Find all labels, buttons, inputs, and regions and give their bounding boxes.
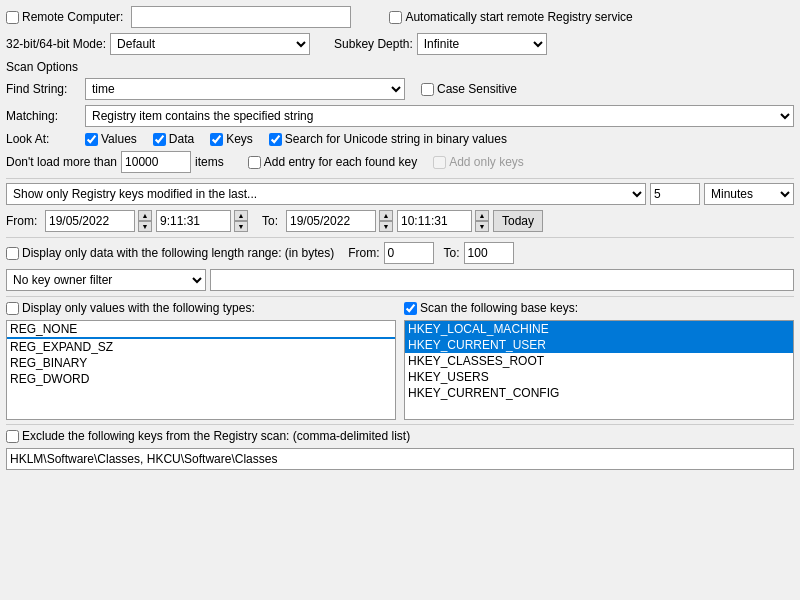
scan-options-title: Scan Options	[6, 60, 794, 74]
owner-filter-input[interactable]	[210, 269, 794, 291]
data-length-to-input[interactable]	[464, 242, 514, 264]
value-types-text: Display only values with the following t…	[22, 301, 255, 315]
data-length-to-label: To:	[444, 246, 460, 260]
list-item[interactable]: REG_BINARY	[7, 355, 395, 371]
add-entry-checkbox[interactable]	[248, 156, 261, 169]
dont-load-suffix: items	[195, 155, 224, 169]
value-types-listbox[interactable]: REG_NONE REG_EXPAND_SZ REG_BINARY REG_DW…	[6, 320, 396, 420]
auto-start-label[interactable]: Automatically start remote Registry serv…	[389, 10, 632, 24]
find-string-row: Find String: time Case Sensitive	[6, 78, 794, 100]
main-container: Remote Computer: Automatically start rem…	[0, 0, 800, 476]
dont-load-input[interactable]	[121, 151, 191, 173]
to-time-down-btn[interactable]: ▼	[475, 221, 489, 232]
to-date-input[interactable]	[286, 210, 376, 232]
data-length-checkbox[interactable]	[6, 247, 19, 260]
to-time-up-btn[interactable]: ▲	[475, 210, 489, 221]
time-filter-value-input[interactable]	[650, 183, 700, 205]
to-label: To:	[262, 214, 282, 228]
from-date-input[interactable]	[45, 210, 135, 232]
values-text: Values	[101, 132, 137, 146]
add-only-keys-label: Add only keys	[433, 155, 524, 169]
data-text: Data	[169, 132, 194, 146]
list-item[interactable]: HKEY_CURRENT_CONFIG	[405, 385, 793, 401]
exclude-keys-checkbox[interactable]	[6, 430, 19, 443]
to-time-spinner: ▲ ▼	[476, 210, 489, 232]
unicode-label[interactable]: Search for Unicode string in binary valu…	[269, 132, 507, 146]
from-date-down-btn[interactable]: ▼	[138, 221, 152, 232]
from-time-spinner: ▲ ▼	[235, 210, 248, 232]
from-time-down-btn[interactable]: ▼	[234, 221, 248, 232]
unicode-checkbox[interactable]	[269, 133, 282, 146]
data-checkbox[interactable]	[153, 133, 166, 146]
base-keys-checkbox[interactable]	[404, 302, 417, 315]
add-only-keys-text: Add only keys	[449, 155, 524, 169]
time-filter-select[interactable]: Show only Registry keys modified in the …	[6, 183, 646, 205]
scan-options-section: Scan Options Find String: time Case Sens…	[6, 60, 794, 470]
base-keys-header-row: Scan the following base keys:	[404, 301, 794, 315]
add-entry-text: Add entry for each found key	[264, 155, 417, 169]
subkey-depth-label: Subkey Depth:	[334, 37, 413, 51]
list-item[interactable]: REG_DWORD	[7, 371, 395, 387]
mode-label: 32-bit/64-bit Mode:	[6, 37, 106, 51]
value-types-checkbox[interactable]	[6, 302, 19, 315]
find-string-select[interactable]: time	[85, 78, 405, 100]
data-length-from-label: From:	[348, 246, 379, 260]
to-time-input[interactable]	[397, 210, 472, 232]
values-label[interactable]: Values	[85, 132, 137, 146]
data-length-row: Display only data with the following len…	[6, 242, 794, 264]
list-item[interactable]: HKEY_LOCAL_MACHINE	[405, 321, 793, 337]
keys-label[interactable]: Keys	[210, 132, 253, 146]
base-keys-text: Scan the following base keys:	[420, 301, 578, 315]
keys-checkbox[interactable]	[210, 133, 223, 146]
remote-computer-input[interactable]	[131, 6, 351, 28]
base-keys-col: Scan the following base keys: HKEY_LOCAL…	[404, 301, 794, 420]
time-unit-select[interactable]: Minutes Hours Days	[704, 183, 794, 205]
exclude-keys-input[interactable]	[6, 448, 794, 470]
mode-select[interactable]: Default 32-bit 64-bit	[110, 33, 310, 55]
to-date-up-btn[interactable]: ▲	[379, 210, 393, 221]
owner-filter-row: No key owner filter Owner is: Owner is n…	[6, 269, 794, 291]
data-length-label[interactable]: Display only data with the following len…	[6, 246, 334, 260]
list-item[interactable]: HKEY_CURRENT_USER	[405, 337, 793, 353]
owner-filter-select[interactable]: No key owner filter Owner is: Owner is n…	[6, 269, 206, 291]
unicode-text: Search for Unicode string in binary valu…	[285, 132, 507, 146]
values-checkbox[interactable]	[85, 133, 98, 146]
from-label: From:	[6, 214, 41, 228]
base-keys-label[interactable]: Scan the following base keys:	[404, 301, 578, 315]
remote-row: Remote Computer: Automatically start rem…	[6, 6, 794, 28]
remote-computer-checkbox[interactable]	[6, 11, 19, 24]
add-entry-label[interactable]: Add entry for each found key	[248, 155, 417, 169]
exclude-keys-input-row	[6, 448, 794, 470]
case-sensitive-text: Case Sensitive	[437, 82, 517, 96]
base-keys-listbox[interactable]: HKEY_LOCAL_MACHINE HKEY_CURRENT_USER HKE…	[404, 320, 794, 420]
matching-select[interactable]: Registry item contains the specified str…	[85, 105, 794, 127]
from-date-up-btn[interactable]: ▲	[138, 210, 152, 221]
value-types-col: Display only values with the following t…	[6, 301, 396, 420]
auto-start-checkbox[interactable]	[389, 11, 402, 24]
data-length-from-input[interactable]	[384, 242, 434, 264]
from-time-up-btn[interactable]: ▲	[234, 210, 248, 221]
list-item[interactable]: REG_NONE	[7, 321, 395, 337]
date-range-row: From: ▲ ▼ ▲ ▼ To: ▲ ▼	[6, 210, 794, 232]
case-sensitive-label[interactable]: Case Sensitive	[421, 82, 517, 96]
from-time-input[interactable]	[156, 210, 231, 232]
look-at-label: Look At:	[6, 132, 81, 146]
subkey-depth-select[interactable]: Infinite 0 1 2 3	[417, 33, 547, 55]
to-date-spinner: ▲ ▼	[380, 210, 393, 232]
remote-computer-label[interactable]: Remote Computer:	[6, 10, 123, 24]
remote-computer-text: Remote Computer:	[22, 10, 123, 24]
value-types-header-row: Display only values with the following t…	[6, 301, 396, 315]
list-item[interactable]: REG_EXPAND_SZ	[7, 339, 395, 355]
list-item[interactable]: HKEY_USERS	[405, 369, 793, 385]
exclude-keys-row: Exclude the following keys from the Regi…	[6, 429, 794, 443]
today-button[interactable]: Today	[493, 210, 543, 232]
list-item[interactable]: HKEY_CLASSES_ROOT	[405, 353, 793, 369]
add-only-keys-checkbox	[433, 156, 446, 169]
case-sensitive-checkbox[interactable]	[421, 83, 434, 96]
find-string-label: Find String:	[6, 82, 81, 96]
data-label[interactable]: Data	[153, 132, 194, 146]
value-types-label[interactable]: Display only values with the following t…	[6, 301, 255, 315]
exclude-keys-label[interactable]: Exclude the following keys from the Regi…	[6, 429, 410, 443]
to-date-down-btn[interactable]: ▼	[379, 221, 393, 232]
exclude-keys-text: Exclude the following keys from the Regi…	[22, 429, 410, 443]
